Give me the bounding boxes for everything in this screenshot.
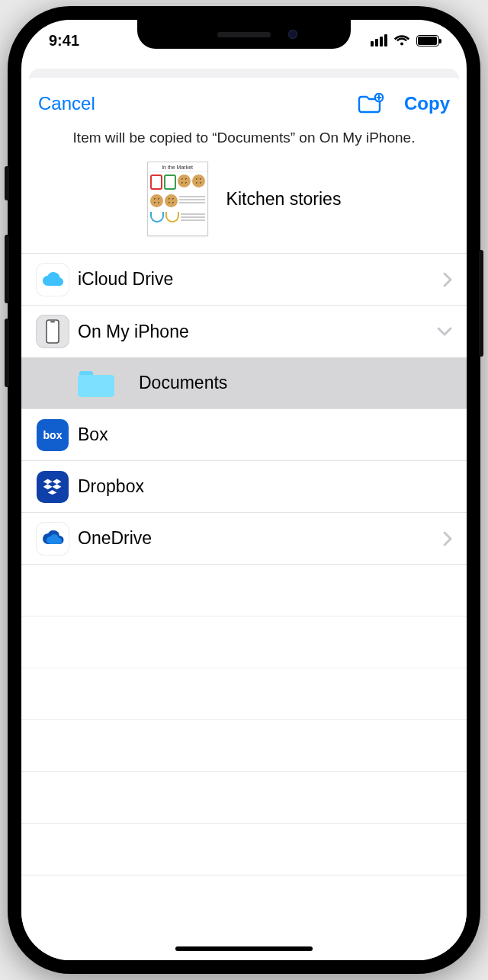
side-button xyxy=(479,250,483,357)
location-documents[interactable]: Documents xyxy=(21,357,467,409)
battery-icon xyxy=(416,35,439,46)
location-label: Box xyxy=(78,424,453,445)
cancel-button[interactable]: Cancel xyxy=(38,93,95,114)
folder-icon xyxy=(78,370,114,397)
copy-button[interactable]: Copy xyxy=(404,93,450,114)
box-icon: box xyxy=(37,419,69,451)
chevron-down-icon xyxy=(436,326,453,337)
volume-down-button xyxy=(5,319,9,387)
box-icon-label: box xyxy=(43,429,63,441)
location-on-my-iphone[interactable]: On My iPhone xyxy=(21,306,467,357)
dropbox-icon xyxy=(37,471,69,503)
locations-list: iCloud Drive On My iPhone Documents box xyxy=(21,253,467,960)
item-preview: In the Market Kitchen stories xyxy=(21,149,467,253)
location-icloud-drive[interactable]: iCloud Drive xyxy=(21,254,467,306)
onedrive-icon xyxy=(37,523,69,555)
svg-rect-1 xyxy=(47,320,59,343)
new-folder-button[interactable] xyxy=(357,93,384,114)
status-icons xyxy=(371,34,439,46)
location-label: Dropbox xyxy=(78,476,453,497)
item-thumbnail: In the Market xyxy=(147,162,208,236)
new-folder-icon xyxy=(357,93,384,114)
chevron-right-icon xyxy=(442,530,453,547)
item-name: Kitchen stories xyxy=(226,189,342,210)
home-indicator[interactable] xyxy=(175,946,313,951)
chevron-right-icon xyxy=(442,271,453,288)
location-label: iCloud Drive xyxy=(78,269,442,290)
destination-subtitle: Item will be copied to “Documents” on On… xyxy=(21,125,467,149)
location-box[interactable]: box Box xyxy=(21,409,467,461)
front-camera xyxy=(288,30,297,39)
location-label: Documents xyxy=(139,373,453,393)
wifi-icon xyxy=(393,34,410,46)
location-onedrive[interactable]: OneDrive xyxy=(21,513,467,565)
notch xyxy=(137,20,351,49)
location-label: OneDrive xyxy=(78,528,442,549)
location-label: On My iPhone xyxy=(78,322,436,342)
svg-rect-2 xyxy=(50,321,55,322)
status-time: 9:41 xyxy=(49,32,79,50)
empty-rows xyxy=(21,565,467,876)
icloud-icon xyxy=(37,264,69,296)
cellular-icon xyxy=(371,34,387,46)
screen: 9:41 Cancel xyxy=(21,20,467,960)
location-dropbox[interactable]: Dropbox xyxy=(21,461,467,513)
save-sheet: Cancel Copy Item will be copied to “Docu… xyxy=(21,78,467,960)
speaker-grille xyxy=(217,32,271,37)
mute-switch xyxy=(5,166,9,200)
thumb-header: In the Market xyxy=(148,162,207,172)
device-frame: 9:41 Cancel xyxy=(8,6,480,974)
volume-up-button xyxy=(5,235,9,303)
iphone-icon xyxy=(37,315,69,347)
navbar: Cancel Copy xyxy=(21,78,467,125)
